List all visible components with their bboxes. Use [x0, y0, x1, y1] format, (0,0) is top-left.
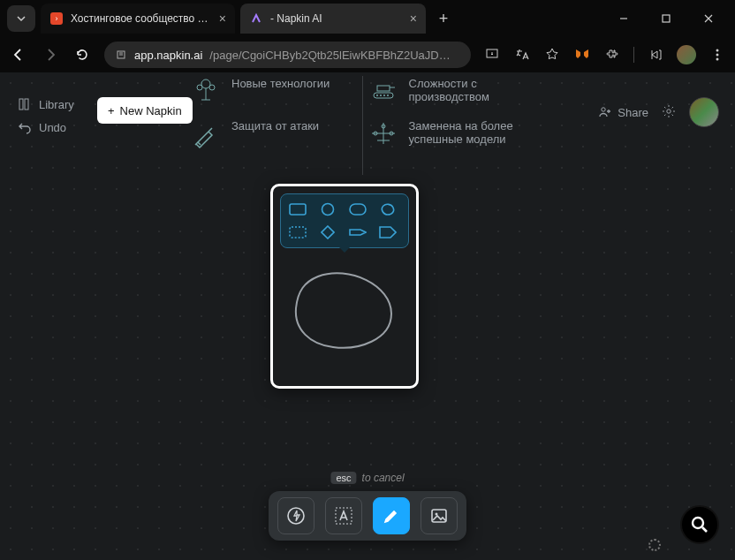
tab-1-active[interactable]: - Napkin AI × [240, 4, 426, 34]
svg-point-7 [716, 54, 719, 57]
install-app-icon[interactable] [483, 46, 501, 64]
svg-rect-31 [350, 204, 366, 215]
user-avatar[interactable] [689, 97, 719, 127]
tab-0-close[interactable]: × [219, 11, 226, 26]
shape-tag[interactable] [378, 224, 398, 240]
shape-rounded[interactable] [348, 201, 368, 217]
shape-blob[interactable] [378, 201, 398, 217]
settings-button[interactable] [661, 103, 677, 122]
library-button[interactable]: Library [18, 97, 74, 111]
window-controls [604, 5, 728, 32]
media-control-icon[interactable] [647, 46, 664, 64]
shape-arrow-right[interactable] [348, 224, 368, 240]
diagram-item-2-text: Сложности с производством [409, 77, 534, 103]
magnifier-icon [690, 515, 709, 534]
image-icon [429, 506, 449, 526]
tree-icon [191, 77, 221, 107]
window-minimize[interactable] [604, 5, 643, 32]
nav-back[interactable] [9, 47, 28, 63]
browser-titlebar: › Хостинговое сообщество «Tim × - Napkin… [0, 0, 735, 37]
diagram-item-2[interactable]: Сложности с производством [368, 77, 534, 107]
svg-rect-35 [432, 510, 446, 522]
window-close[interactable] [689, 5, 728, 32]
diagram-item-0-text: Новые технологии [231, 77, 330, 90]
library-label: Library [39, 98, 74, 111]
shape-rectangle[interactable] [288, 201, 307, 217]
diagram-item-1[interactable]: Защита от атаки [191, 119, 357, 149]
selected-shape-frame[interactable] [270, 184, 419, 389]
spark-tool[interactable] [277, 497, 314, 534]
svg-point-23 [383, 95, 385, 96]
metamask-icon[interactable] [573, 46, 591, 64]
saving-indicator [648, 539, 666, 551]
tab-1-close[interactable]: × [410, 11, 417, 26]
diagram-item-3-text: Заменена на более успешные модели [409, 119, 534, 146]
share-button[interactable]: Share [598, 105, 648, 119]
text-icon [334, 506, 353, 526]
separator [633, 47, 634, 63]
svg-point-13 [201, 79, 210, 88]
svg-rect-18 [377, 86, 390, 91]
share-person-icon [598, 105, 612, 119]
tabs-dropdown[interactable] [7, 5, 35, 32]
right-toolbar: Share [598, 97, 719, 127]
diagram-item-0[interactable]: Новые технологии [191, 77, 357, 107]
palette-pointer [339, 247, 350, 253]
library-icon [18, 97, 32, 111]
svg-line-38 [702, 527, 707, 532]
text-tool[interactable] [325, 497, 362, 534]
svg-point-21 [376, 95, 378, 96]
nav-reload[interactable] [72, 47, 92, 63]
share-label: Share [618, 106, 648, 119]
url-domain: app.napkin.ai [134, 49, 202, 62]
undo-label: Undo [39, 121, 66, 134]
svg-point-30 [322, 204, 334, 216]
svg-point-37 [693, 518, 703, 528]
shape-circle[interactable] [318, 201, 337, 217]
url-path: /page/CgoiCHByb2Qtb25lEiwKBFBhZ2UaJD… [209, 49, 450, 62]
esc-text: to cancel [362, 472, 405, 484]
url-bar[interactable]: app.napkin.ai/page/CgoiCHByb2Qtb25lEiwKB… [104, 42, 471, 68]
shape-dashed-rect[interactable] [288, 224, 307, 240]
favicon-0: › [49, 11, 64, 26]
shape-diamond[interactable] [318, 224, 337, 240]
nav-forward[interactable] [41, 47, 60, 63]
esc-hint: esc to cancel [330, 472, 404, 484]
spinner-icon [648, 539, 661, 551]
svg-rect-10 [25, 99, 28, 110]
bottom-toolbar [269, 491, 466, 541]
window-maximize[interactable] [647, 5, 686, 32]
undo-button[interactable]: Undo [18, 120, 74, 134]
new-tab-button[interactable]: + [431, 6, 456, 31]
new-napkin-label: New Napkin [120, 104, 182, 117]
svg-point-14 [197, 85, 202, 90]
svg-point-12 [667, 109, 671, 112]
pen-icon [382, 506, 401, 526]
favicon-1 [249, 11, 263, 26]
diagram-item-3[interactable]: Заменена на более успешные модели [368, 119, 534, 149]
extensions-icon[interactable] [603, 46, 621, 64]
translate-icon[interactable] [513, 46, 531, 64]
napkin-canvas[interactable]: Library Undo + New Napkin Share Новые те… [0, 72, 735, 560]
image-tool[interactable] [421, 497, 458, 534]
svg-rect-32 [290, 227, 306, 238]
tab-0-title: Хостинговое сообщество «Tim [71, 12, 212, 25]
tab-0[interactable]: › Хостинговое сообщество «Tim × [41, 4, 235, 34]
menu-icon[interactable] [708, 46, 726, 64]
browser-address-bar: app.napkin.ai/page/CgoiCHByb2Qtb25lEiwKB… [0, 37, 735, 72]
search-fab[interactable] [680, 505, 719, 544]
esc-key: esc [330, 472, 356, 484]
tank-icon [368, 77, 398, 107]
diagram-item-1-text: Защита от атаки [231, 119, 319, 132]
bookmark-star-icon[interactable] [543, 46, 561, 64]
tab-1-title: - Napkin AI [270, 12, 403, 25]
chevron-down-icon [16, 13, 27, 24]
profile-avatar[interactable] [677, 45, 696, 64]
selected-blob-shape[interactable] [287, 261, 402, 358]
sword-icon [191, 119, 221, 149]
diagram-content: Новые технологии Защита от атаки Сложнос… [186, 72, 539, 178]
draw-tool[interactable] [373, 497, 410, 534]
plus-icon: + [108, 104, 115, 117]
svg-rect-29 [290, 204, 306, 215]
new-napkin-button[interactable]: + New Napkin [97, 97, 193, 124]
